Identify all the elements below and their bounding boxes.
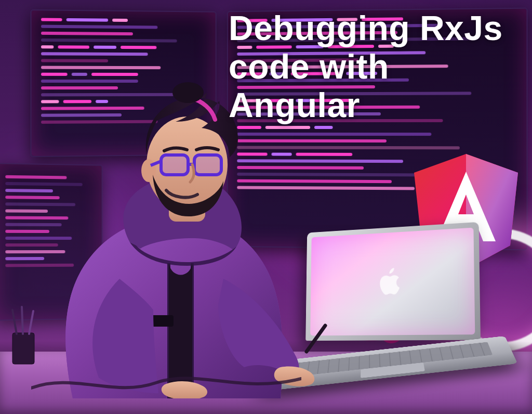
- svg-line-3: [29, 311, 33, 334]
- svg-line-2: [22, 307, 23, 334]
- svg-rect-8: [140, 315, 174, 327]
- svg-line-15: [151, 161, 161, 165]
- angular-logo-icon: [411, 154, 521, 269]
- hero-title-line: Debugging RxJs: [229, 9, 530, 48]
- hero-title-line: Angular: [229, 86, 530, 125]
- svg-rect-12: [161, 155, 188, 175]
- svg-point-11: [141, 159, 156, 182]
- hero-illustration: Debugging RxJs code with Angular: [0, 0, 532, 414]
- svg-rect-9: [169, 190, 205, 222]
- hero-title-line: code with: [229, 48, 530, 86]
- hero-title: Debugging RxJs code with Angular: [229, 9, 530, 125]
- desk-pen-holder: [5, 305, 42, 367]
- rxjs-logo-icon: [332, 268, 410, 346]
- svg-line-1: [12, 310, 17, 334]
- svg-rect-0: [12, 333, 34, 364]
- svg-rect-13: [194, 155, 221, 175]
- background-monitor-far-left: [0, 163, 103, 321]
- svg-point-7: [378, 291, 387, 299]
- desk-surface: [0, 352, 532, 414]
- background-monitor-left: [31, 9, 217, 157]
